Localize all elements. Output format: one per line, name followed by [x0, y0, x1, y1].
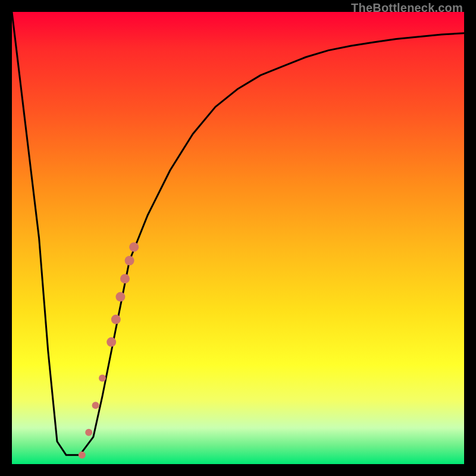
highlight-dot: [92, 402, 99, 409]
highlight-dot: [129, 242, 139, 252]
plot-area: [12, 12, 464, 464]
bottleneck-curve: [12, 12, 464, 455]
highlight-dot: [111, 315, 121, 324]
chart-svg: [12, 12, 464, 464]
highlight-dot: [107, 337, 116, 347]
highlight-dot: [85, 429, 92, 436]
highlight-dot: [79, 452, 86, 459]
highlight-dot: [115, 292, 125, 302]
highlight-markers: [79, 242, 139, 459]
chart-frame: TheBottleneck.com: [0, 0, 476, 476]
highlight-dot: [125, 256, 134, 265]
highlight-dot: [99, 375, 106, 382]
watermark-text: TheBottleneck.com: [351, 1, 463, 15]
highlight-dot: [120, 274, 130, 283]
